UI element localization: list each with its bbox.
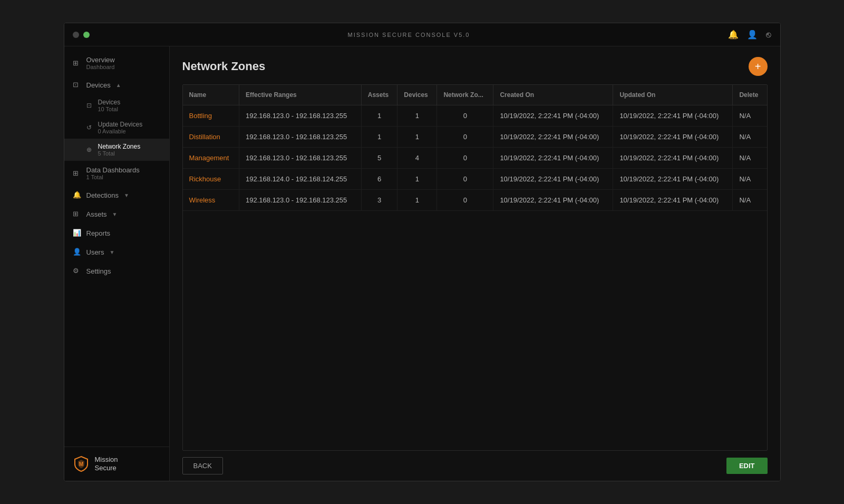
sidebar-item-assets[interactable]: ⊞ Assets ▼	[64, 205, 169, 224]
sidebar-item-devices-header[interactable]: ⊡ Devices ▲	[64, 75, 169, 94]
table-row[interactable]: Rickhouse192.168.124.0 - 192.168.124.255…	[183, 169, 767, 190]
logo-text: Mission Secure	[95, 455, 118, 472]
zone-nz-cell: 0	[437, 190, 493, 211]
zone-updated-cell: 10/19/2022, 2:22:41 PM (-04:00)	[613, 169, 733, 190]
zone-name-cell[interactable]: Distillation	[183, 127, 239, 148]
back-button[interactable]: BACK	[182, 457, 223, 474]
devices-icon: ⊡	[73, 81, 81, 89]
overview-icon: ⊞	[73, 59, 81, 67]
user-icon[interactable]: 👤	[747, 30, 758, 40]
zone-updated-cell: 10/19/2022, 2:22:41 PM (-04:00)	[613, 190, 733, 211]
users-expand-icon: ▼	[109, 249, 114, 255]
zone-name-cell[interactable]: Wireless	[183, 190, 239, 211]
zone-name-cell[interactable]: Management	[183, 148, 239, 169]
logo-line2: Secure	[95, 464, 118, 472]
assets-expand-icon: ▼	[112, 211, 118, 217]
window-btn-maximize[interactable]	[83, 32, 90, 38]
content-footer: BACK EDIT	[170, 451, 780, 481]
edit-button[interactable]: EDIT	[726, 458, 768, 474]
window-controls	[73, 32, 90, 38]
reports-label: Reports	[86, 229, 111, 237]
zone-nz-cell: 0	[437, 169, 493, 190]
sidebar-sub-item-devices[interactable]: ⊡ Devices 10 Total	[64, 94, 169, 117]
sidebar-item-overview[interactable]: ⊞ Overview Dashboard	[64, 51, 169, 75]
sidebar-item-settings[interactable]: ⚙ Settings	[64, 261, 169, 280]
table-header-row: Name Effective Ranges Assets Devices Net…	[183, 85, 767, 105]
sidebar-nav: ⊞ Overview Dashboard ⊡ Devices ▲ ⊡	[64, 46, 169, 447]
notifications-icon[interactable]: 🔔	[728, 30, 739, 40]
zone-assets-cell: 1	[361, 127, 397, 148]
page-title: Network Zones	[182, 60, 266, 73]
assets-label: Assets	[86, 210, 107, 218]
table-row[interactable]: Distillation192.168.123.0 - 192.168.123.…	[183, 127, 767, 148]
zone-name-cell[interactable]: Rickhouse	[183, 169, 239, 190]
app-title: MISSION SECURE CONSOLE V5.0	[348, 32, 470, 38]
zone-delete-cell: N/A	[733, 127, 767, 148]
devices-expand-icon: ▲	[116, 82, 121, 88]
svg-text:M: M	[79, 461, 83, 467]
detections-label: Detections	[86, 191, 119, 199]
col-effective-ranges: Effective Ranges	[239, 85, 362, 105]
overview-sub: Dashboard	[86, 64, 115, 70]
users-icon: 👤	[73, 248, 81, 256]
table-row[interactable]: Wireless192.168.123.0 - 192.168.123.2553…	[183, 190, 767, 211]
zone-nz-cell: 0	[437, 148, 493, 169]
add-network-zone-button[interactable]: +	[749, 57, 768, 76]
col-updated-on: Updated On	[613, 85, 733, 105]
zone-ranges-cell: 192.168.123.0 - 192.168.123.255	[239, 105, 362, 127]
window-btn-close[interactable]	[73, 32, 79, 38]
network-zones-table: Name Effective Ranges Assets Devices Net…	[183, 85, 767, 211]
sidebar-item-reports[interactable]: 📊 Reports	[64, 224, 169, 243]
users-label: Users	[86, 248, 104, 256]
update-devices-icon: ↺	[86, 124, 94, 131]
network-zones-icon: ⊕	[86, 146, 94, 153]
zone-ranges-cell: 192.168.123.0 - 192.168.123.255	[239, 190, 362, 211]
col-assets: Assets	[361, 85, 397, 105]
network-zones-label: Network Zones	[98, 143, 141, 150]
content: Network Zones + Name Effective Ranges As…	[170, 46, 780, 481]
zone-assets-cell: 3	[361, 190, 397, 211]
zone-delete-cell: N/A	[733, 105, 767, 127]
zone-delete-cell: N/A	[733, 148, 767, 169]
table-container: Name Effective Ranges Assets Devices Net…	[182, 84, 768, 451]
zone-delete-cell: N/A	[733, 169, 767, 190]
devices-sub-count: 10 Total	[98, 106, 121, 112]
sidebar-item-users[interactable]: 👤 Users ▼	[64, 243, 169, 261]
zone-devices-cell: 1	[397, 127, 437, 148]
logout-icon[interactable]: ⎋	[766, 30, 771, 40]
zone-assets-cell: 5	[361, 148, 397, 169]
zone-created-cell: 10/19/2022, 2:22:41 PM (-04:00)	[493, 105, 613, 127]
data-dashboards-icon: ⊞	[73, 169, 81, 178]
sidebar-item-data-dashboards[interactable]: ⊞ Data Dashboards 1 Total	[64, 161, 169, 186]
table-body: Bottling192.168.123.0 - 192.168.123.2551…	[183, 105, 767, 211]
zone-updated-cell: 10/19/2022, 2:22:41 PM (-04:00)	[613, 105, 733, 127]
zone-assets-cell: 6	[361, 169, 397, 190]
zone-assets-cell: 1	[361, 105, 397, 127]
table-row[interactable]: Bottling192.168.123.0 - 192.168.123.2551…	[183, 105, 767, 127]
zone-updated-cell: 10/19/2022, 2:22:41 PM (-04:00)	[613, 127, 733, 148]
sidebar-sub-item-update-devices[interactable]: ↺ Update Devices 0 Available	[64, 117, 169, 139]
app-window: MISSION SECURE CONSOLE V5.0 🔔 👤 ⎋ ⊞ Over…	[64, 23, 781, 481]
top-bar-actions: 🔔 👤 ⎋	[728, 30, 771, 40]
settings-icon: ⚙	[73, 267, 81, 275]
update-devices-count: 0 Available	[98, 128, 143, 134]
logo-line1: Mission	[95, 455, 118, 464]
zone-created-cell: 10/19/2022, 2:22:41 PM (-04:00)	[493, 190, 613, 211]
main-layout: ⊞ Overview Dashboard ⊡ Devices ▲ ⊡	[64, 46, 780, 481]
zone-ranges-cell: 192.168.124.0 - 192.168.124.255	[239, 169, 362, 190]
reports-icon: 📊	[73, 229, 81, 237]
logo-icon: M	[73, 455, 90, 472]
zone-created-cell: 10/19/2022, 2:22:41 PM (-04:00)	[493, 148, 613, 169]
zone-ranges-cell: 192.168.123.0 - 192.168.123.255	[239, 148, 362, 169]
settings-label: Settings	[86, 267, 111, 275]
table-row[interactable]: Management192.168.123.0 - 192.168.123.25…	[183, 148, 767, 169]
sidebar: ⊞ Overview Dashboard ⊡ Devices ▲ ⊡	[64, 46, 170, 481]
sidebar-sub-item-network-zones[interactable]: ⊕ Network Zones 5 Total	[64, 139, 169, 161]
data-dashboards-label: Data Dashboards	[86, 166, 140, 174]
sidebar-item-detections[interactable]: 🔔 Detections ▼	[64, 186, 169, 205]
col-devices: Devices	[397, 85, 437, 105]
zone-name-cell[interactable]: Bottling	[183, 105, 239, 127]
devices-sub-label: Devices	[98, 99, 121, 106]
overview-label: Overview	[86, 56, 115, 64]
detections-icon: 🔔	[73, 191, 81, 199]
